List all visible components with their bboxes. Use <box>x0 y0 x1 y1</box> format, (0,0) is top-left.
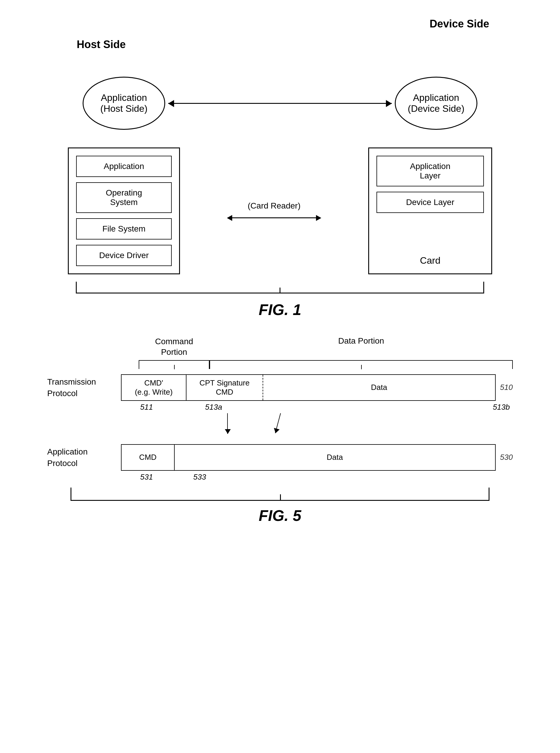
fig1-section: Host Side Device Side Application(Host S… <box>24 18 536 319</box>
application-protocol-label: ApplicationProtocol <box>47 446 121 469</box>
host-side-label: Host Side <box>77 38 126 51</box>
ref-511: 511 <box>139 403 204 412</box>
arrow-left-icon <box>227 215 232 221</box>
device-side-label: Device Side <box>429 18 489 30</box>
ref-510: 510 <box>500 383 513 392</box>
host-stack-box: Application OperatingSystem File System … <box>68 147 180 274</box>
brace-container <box>53 280 507 295</box>
cmd-cell: CMD <box>122 445 175 470</box>
fig1-title: FIG. 1 <box>24 301 536 319</box>
card-reader-label: (Card Reader) <box>248 201 301 210</box>
ref-513a: 513a <box>204 403 280 412</box>
ellipses-row: Application(Host Side) Application(Devic… <box>24 77 536 130</box>
fig5-title: FIG. 5 <box>24 507 536 524</box>
device-stack-box: ApplicationLayer Device Layer Card <box>368 147 492 274</box>
arrow-right-icon <box>316 215 321 221</box>
device-layer-box: Device Layer <box>377 192 484 213</box>
data-portion-label: Data Portion <box>209 336 513 358</box>
ellipse-arrow <box>168 103 392 104</box>
ref-533: 533 <box>192 472 513 482</box>
transmission-protocol-box: CMD'(e.g. Write) CPT SignatureCMD Data <box>121 374 496 401</box>
cpt-sig-cell: CPT SignatureCMD <box>186 375 263 400</box>
boxes-row: Application OperatingSystem File System … <box>24 147 536 274</box>
app-layer-box: ApplicationLayer <box>377 156 484 186</box>
ref-513b: 513b <box>280 403 513 412</box>
application-protocol-box: CMD Data <box>121 444 496 471</box>
cmd-prime-cell: CMD'(e.g. Write) <box>122 375 186 400</box>
os-box: OperatingSystem <box>76 182 172 213</box>
card-reader-arrow <box>227 215 321 221</box>
device-driver-box: Device Driver <box>76 245 172 266</box>
device-application-ellipse: Application(Device Side) <box>395 77 477 130</box>
ref-531: 531 <box>139 472 192 482</box>
ref-530: 530 <box>500 453 513 462</box>
host-application-ellipse: Application(Host Side) <box>83 77 165 130</box>
ap-data-cell: Data <box>175 445 495 470</box>
tp-data-cell: Data <box>263 375 495 400</box>
transmission-protocol-label: TransmissionProtocol <box>47 376 121 399</box>
card-label: Card <box>377 252 484 266</box>
command-portion-label: CommandPortion <box>139 336 209 358</box>
card-reader-area: (Card Reader) <box>180 147 368 274</box>
file-system-box: File System <box>76 218 172 240</box>
fig5-section: CommandPortion Data Portion Transmission… <box>24 336 536 524</box>
page: Host Side Device Side Application(Host S… <box>0 0 560 560</box>
arrow-line <box>232 217 316 218</box>
brace-icon <box>76 282 484 293</box>
application-box: Application <box>76 156 172 177</box>
protocol-diagram: CommandPortion Data Portion Transmission… <box>24 336 536 482</box>
